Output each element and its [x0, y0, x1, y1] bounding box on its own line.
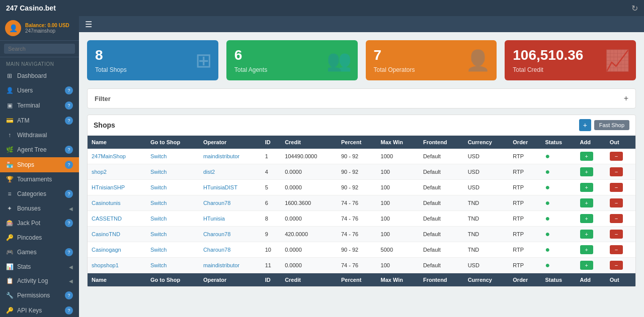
cell-add: +	[576, 258, 606, 273]
cell-go-to-shop: Switch	[146, 180, 199, 195]
out-button[interactable]: −	[610, 198, 623, 207]
sidebar-item-categories[interactable]: ≡ Categories ?	[0, 186, 79, 201]
out-button[interactable]: −	[610, 230, 623, 239]
switch-link[interactable]: Switch	[150, 169, 167, 175]
sidebar-item-permissions[interactable]: 🔧 Permissions ?	[0, 288, 79, 303]
search-input[interactable]	[4, 44, 75, 54]
sidebar-item-label: Dashboard	[17, 72, 47, 79]
bonuses-icon: ✦	[6, 205, 13, 212]
table-row: 247MainShop Switch maindistributor 1 104…	[88, 149, 635, 164]
cell-out: −	[606, 149, 635, 164]
cell-currency: USD	[464, 180, 509, 195]
fast-shop-button[interactable]: Fast Shop	[594, 120, 629, 130]
add-button[interactable]: +	[580, 214, 593, 223]
sidebar-item-shops[interactable]: 🏪 Shops ?	[0, 157, 79, 172]
shop-name-link[interactable]: CASSETND	[92, 216, 122, 222]
cell-percent: 90 - 92	[337, 180, 377, 195]
switch-link[interactable]: Switch	[150, 200, 167, 206]
switch-link[interactable]: Switch	[150, 247, 167, 253]
cell-add: +	[576, 180, 606, 195]
cell-out: −	[606, 180, 635, 195]
stat-card-shops: 8 Total Shops ⊞	[87, 40, 218, 80]
sidebar-item-jack-pot[interactable]: 🎰 Jack Pot ?	[0, 216, 79, 231]
cell-order: RTP	[509, 211, 541, 227]
out-button[interactable]: −	[610, 167, 623, 176]
operator-link[interactable]: Charoun78	[203, 200, 230, 206]
cell-order: RTP	[509, 227, 541, 242]
cell-out: −	[606, 195, 635, 211]
cell-max-win: 100	[377, 227, 419, 242]
table-row: CASSETND Switch HTunisia 8 0.0000 74 - 7…	[88, 211, 635, 227]
operator-link[interactable]: dist2	[203, 169, 215, 175]
add-button[interactable]: +	[580, 230, 593, 239]
atm-icon: 💳	[6, 117, 13, 124]
add-shop-button[interactable]: +	[579, 119, 591, 131]
shop-name-link[interactable]: Casinogagn	[92, 247, 121, 253]
switch-link[interactable]: Switch	[150, 216, 167, 222]
withdrawal-icon: ↑	[6, 132, 13, 139]
switch-link[interactable]: Switch	[150, 184, 167, 190]
out-button[interactable]: −	[610, 214, 623, 223]
out-button[interactable]: −	[610, 245, 623, 254]
shop-name-link[interactable]: 247MainShop	[92, 153, 126, 159]
out-button[interactable]: −	[610, 183, 623, 192]
operator-link[interactable]: maindistributor	[203, 262, 239, 268]
switch-link[interactable]: Switch	[150, 262, 167, 268]
add-button[interactable]: +	[580, 261, 593, 270]
shop-name-link[interactable]: shop2	[92, 169, 107, 175]
out-button[interactable]: −	[610, 261, 623, 270]
out-button[interactable]: −	[610, 152, 623, 161]
sidebar-item-stats[interactable]: 📊 Stats ◀	[0, 260, 79, 274]
sidebar-item-pincodes[interactable]: 🔑 Pincodes	[0, 231, 79, 245]
sidebar-item-agent-tree[interactable]: 🌿 Agent Tree ?	[0, 142, 79, 157]
sidebar-item-terminal[interactable]: ▣ Terminal ?	[0, 98, 79, 113]
operator-link[interactable]: Charoun78	[203, 231, 230, 237]
cell-operator: HTunisia	[199, 211, 261, 227]
add-button[interactable]: +	[580, 198, 593, 207]
operator-link[interactable]: maindistributor	[203, 153, 239, 159]
cell-status: ●	[541, 195, 576, 211]
switch-link[interactable]: Switch	[150, 231, 167, 237]
shop-name-link[interactable]: CasinoTND	[92, 231, 120, 237]
add-button[interactable]: +	[580, 167, 593, 176]
operator-link[interactable]: HTunisiaDIST	[203, 184, 237, 190]
sidebar-item-label: Users	[17, 87, 33, 94]
footer-col-add: Add	[576, 273, 606, 287]
cell-go-to-shop: Switch	[146, 164, 199, 180]
shop-name-link[interactable]: HTnisianSHP	[92, 184, 125, 190]
cell-name: shop2	[88, 164, 146, 180]
cell-status: ●	[541, 242, 576, 258]
operator-link[interactable]: Charoun78	[203, 247, 230, 253]
cell-name: shopshop1	[88, 258, 146, 273]
sidebar-item-bonuses[interactable]: ✦ Bonuses ◀	[0, 201, 79, 216]
table-footer-row: Name Go to Shop Operator ID Credit Perce…	[88, 273, 635, 287]
sidebar-item-dashboard[interactable]: ⊞ Dashboard	[0, 69, 79, 83]
shop-name-link[interactable]: shopshop1	[92, 262, 119, 268]
shop-name-link[interactable]: Casinotunis	[92, 200, 120, 206]
hamburger-icon[interactable]: ☰	[85, 20, 92, 29]
sidebar-item-activity-log[interactable]: 📋 Activity Log ◀	[0, 274, 79, 288]
stat-card-agents: 6 Total Agents 👥	[226, 40, 358, 80]
cell-credit: 0.0000	[281, 164, 337, 180]
sidebar-item-withdrawal[interactable]: ↑ Withdrawal	[0, 128, 79, 142]
footer-col-operator: Operator	[199, 273, 261, 287]
filter-plus-icon[interactable]: +	[624, 94, 628, 103]
sidebar-item-users[interactable]: 👤 Users ?	[0, 83, 79, 98]
stat-card-operators: 7 Total Operators 👤	[366, 40, 497, 80]
sidebar-item-api-keys[interactable]: 🔑 API Keys ?	[0, 303, 79, 317]
add-button[interactable]: +	[580, 152, 593, 161]
cell-currency: USD	[464, 164, 509, 180]
cell-percent: 74 - 76	[337, 211, 377, 227]
sidebar-item-atm[interactable]: 💳 ATM ?	[0, 113, 79, 128]
add-button[interactable]: +	[580, 245, 593, 254]
add-button[interactable]: +	[580, 183, 593, 192]
switch-link[interactable]: Switch	[150, 153, 167, 159]
cell-go-to-shop: Switch	[146, 258, 199, 273]
sidebar-item-label: Games	[17, 249, 37, 256]
sidebar-item-games[interactable]: 🎮 Games ?	[0, 245, 79, 260]
sidebar-item-tournaments[interactable]: 🏆 Tournaments	[0, 172, 79, 186]
footer-col-order: Order	[509, 273, 541, 287]
refresh-icon[interactable]: ↻	[631, 4, 638, 13]
col-add: Add	[576, 136, 606, 149]
operator-link[interactable]: HTunisia	[203, 216, 225, 222]
